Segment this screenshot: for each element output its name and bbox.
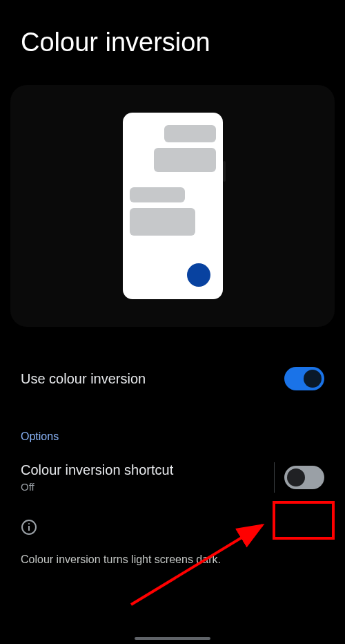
phone-mockup xyxy=(123,113,223,299)
divider xyxy=(274,462,275,493)
message-bubble xyxy=(130,208,195,236)
shortcut-label: Colour inversion shortcut xyxy=(21,462,270,478)
info-row xyxy=(0,505,345,545)
colour-inversion-shortcut-row[interactable]: Colour inversion shortcut Off xyxy=(0,450,345,505)
message-bubble xyxy=(154,148,216,172)
info-icon xyxy=(21,519,37,536)
shortcut-toggle[interactable] xyxy=(284,466,324,489)
navigation-bar-indicator xyxy=(135,637,210,640)
description-text: Colour inversion turns light screens dar… xyxy=(0,545,345,574)
svg-point-2 xyxy=(28,523,30,524)
preview-card xyxy=(10,85,335,327)
phone-side-button xyxy=(223,161,226,182)
page-title: Colour inversion xyxy=(0,0,345,78)
options-section-header: Options xyxy=(0,403,345,450)
message-bubble xyxy=(130,187,185,202)
toggle-thumb xyxy=(304,370,322,388)
toggle-thumb xyxy=(287,468,305,486)
use-colour-inversion-label: Use colour inversion xyxy=(21,371,146,387)
fab-circle xyxy=(187,263,210,287)
use-colour-inversion-row[interactable]: Use colour inversion xyxy=(0,354,345,403)
use-colour-inversion-toggle[interactable] xyxy=(284,367,324,390)
shortcut-status: Off xyxy=(21,481,270,493)
message-bubble xyxy=(164,125,216,142)
